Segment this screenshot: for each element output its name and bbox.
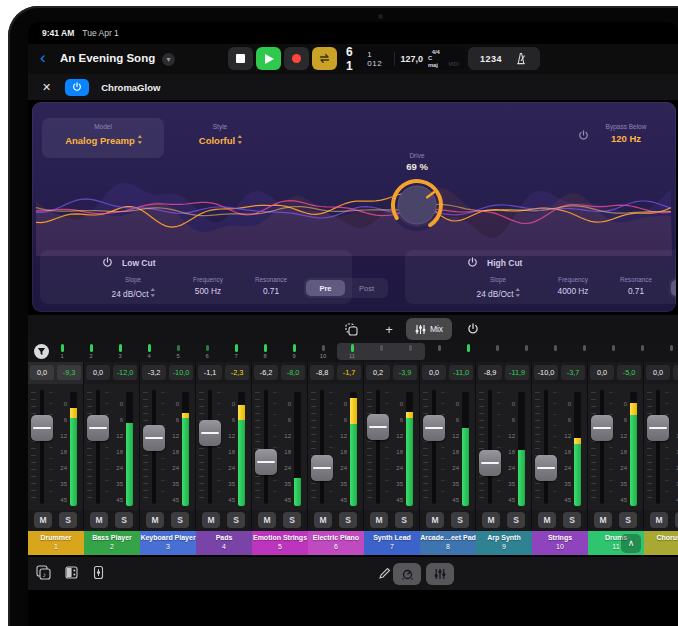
faders-view-button[interactable]: [426, 563, 454, 585]
track-name-tab[interactable]: Strings10: [532, 531, 588, 555]
pre-button[interactable]: Pre: [671, 280, 676, 296]
volume-value[interactable]: -1,1: [198, 365, 222, 380]
model-selector[interactable]: Model Analog Preamp▲▼: [42, 118, 164, 158]
track-name-tab[interactable]: Drummer1: [28, 531, 84, 555]
mute-button[interactable]: M: [314, 512, 332, 528]
lcd-display[interactable]: 6 1 1 012 127,0 4/4 C maj MIDI: [340, 47, 465, 70]
mute-button[interactable]: M: [370, 512, 388, 528]
post-button[interactable]: Post: [347, 280, 386, 296]
mute-button[interactable]: M: [34, 512, 52, 528]
fader-handle[interactable]: [143, 425, 165, 451]
solo-button[interactable]: S: [395, 512, 413, 528]
duplicate-button[interactable]: [338, 318, 364, 340]
pre-button[interactable]: Pre: [306, 280, 345, 296]
solo-button[interactable]: S: [619, 512, 637, 528]
track-name-tab[interactable]: Keyboard Player3: [140, 531, 196, 555]
record-button[interactable]: [284, 47, 309, 70]
fader-handle[interactable]: [647, 415, 669, 441]
volume-value[interactable]: -3,2: [142, 365, 166, 380]
back-button[interactable]: ‹: [40, 48, 46, 68]
count-in-button[interactable]: 1234: [480, 54, 502, 64]
browser-icon[interactable]: ♪: [36, 565, 51, 580]
mute-button[interactable]: M: [650, 512, 668, 528]
track-name-tab[interactable]: Chorus V: [644, 531, 678, 555]
solo-button[interactable]: S: [507, 512, 525, 528]
track-name-tab[interactable]: Synth Lead7: [364, 531, 420, 555]
volume-value[interactable]: 0,0: [30, 365, 54, 380]
volume-value[interactable]: -10,0: [534, 365, 558, 380]
fader-handle[interactable]: [591, 415, 613, 441]
peak-value[interactable]: -10,0: [169, 365, 193, 380]
track-name-tab[interactable]: Bass Player2: [84, 531, 140, 555]
low-cut-resonance[interactable]: Resonance 0.71: [242, 276, 300, 296]
pencil-icon[interactable]: [378, 567, 391, 580]
mute-button[interactable]: M: [482, 512, 500, 528]
mute-button[interactable]: M: [146, 512, 164, 528]
mute-button[interactable]: M: [426, 512, 444, 528]
knob-view-button[interactable]: [393, 563, 421, 585]
volume-value[interactable]: -8,9: [478, 365, 502, 380]
volume-value[interactable]: 0,0: [422, 365, 446, 380]
peak-value[interactable]: -8,0: [281, 365, 305, 380]
cycle-button[interactable]: [312, 47, 337, 70]
peak-value[interactable]: -9,3: [57, 365, 81, 380]
style-selector[interactable]: Style Colorful▲▼: [172, 123, 268, 146]
song-menu-chevron-icon[interactable]: ▾: [162, 53, 175, 66]
mute-button[interactable]: M: [594, 512, 612, 528]
solo-button[interactable]: S: [227, 512, 245, 528]
fader-handle[interactable]: [31, 415, 53, 441]
solo-button[interactable]: S: [171, 512, 189, 528]
plugin-power-button[interactable]: [65, 79, 89, 96]
solo-button[interactable]: S: [339, 512, 357, 528]
solo-button[interactable]: S: [115, 512, 133, 528]
filter-icon[interactable]: [34, 344, 49, 359]
close-plugin-icon[interactable]: ✕: [42, 81, 51, 94]
level-control[interactable]: Level 0.0: [666, 123, 676, 144]
mixer-power-button[interactable]: [460, 318, 486, 340]
peak-value[interactable]: [673, 365, 678, 380]
collapse-chevron-icon[interactable]: ∧: [621, 534, 641, 553]
high-cut-frequency[interactable]: Frequency 4000 Hz: [541, 276, 605, 296]
channel-overview-ruler[interactable]: 1234567891011: [28, 342, 678, 362]
low-cut-slope[interactable]: Slope 24 dB/Oct▲▼: [95, 276, 171, 299]
low-cut-frequency[interactable]: Frequency 500 Hz: [176, 276, 240, 296]
stop-button[interactable]: [228, 47, 253, 70]
solo-button[interactable]: S: [59, 512, 77, 528]
volume-value[interactable]: 0,2: [366, 365, 390, 380]
volume-value[interactable]: -8,8: [310, 365, 334, 380]
peak-value[interactable]: -12,0: [113, 365, 137, 380]
fader-handle[interactable]: [535, 455, 557, 481]
solo-button[interactable]: S: [563, 512, 581, 528]
fader-handle[interactable]: [87, 415, 109, 441]
song-title[interactable]: An Evening Song: [60, 52, 155, 64]
fader-handle[interactable]: [255, 449, 277, 475]
low-cut-power-icon[interactable]: [102, 257, 113, 268]
fader-handle[interactable]: [367, 414, 389, 440]
peak-value[interactable]: -11,0: [449, 365, 473, 380]
metronome-icon[interactable]: [514, 52, 528, 65]
fader-handle[interactable]: [479, 450, 501, 476]
bypass-below-control[interactable]: Bypass Below 120 Hz: [588, 123, 664, 144]
volume-value[interactable]: 0,0: [590, 365, 614, 380]
high-cut-resonance[interactable]: Resonance 0.71: [607, 276, 665, 296]
mute-button[interactable]: M: [258, 512, 276, 528]
solo-button[interactable]: S: [283, 512, 301, 528]
volume-value[interactable]: 0,0: [646, 365, 670, 380]
peak-value[interactable]: -5,0: [617, 365, 641, 380]
peak-value[interactable]: -2,3: [225, 365, 249, 380]
peak-value[interactable]: -3,7: [561, 365, 585, 380]
mute-button[interactable]: M: [90, 512, 108, 528]
track-name-tab[interactable]: Arp Synth9: [476, 531, 532, 555]
high-cut-power-icon[interactable]: [467, 257, 478, 268]
volume-value[interactable]: 0,0: [86, 365, 110, 380]
play-button[interactable]: [256, 47, 281, 70]
track-name-tab[interactable]: Drums11∧: [588, 531, 644, 555]
fader-handle[interactable]: [423, 415, 445, 441]
add-track-button[interactable]: +: [376, 318, 402, 340]
track-name-tab[interactable]: Arcade…eet Pad8: [420, 531, 476, 555]
volume-value[interactable]: -6,2: [254, 365, 278, 380]
track-name-tab[interactable]: Emotion Strings5: [252, 531, 308, 555]
mix-toggle-button[interactable]: Mix: [406, 318, 452, 340]
peak-value[interactable]: -11,9: [505, 365, 529, 380]
peak-value[interactable]: -1,7: [337, 365, 361, 380]
